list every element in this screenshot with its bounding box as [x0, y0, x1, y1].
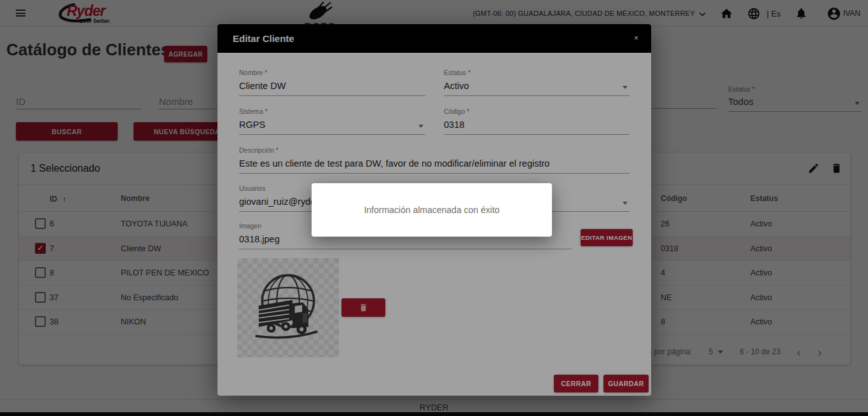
toast-message: Información almacenada con éxito	[364, 205, 499, 215]
success-toast: Información almacenada con éxito	[312, 183, 552, 237]
